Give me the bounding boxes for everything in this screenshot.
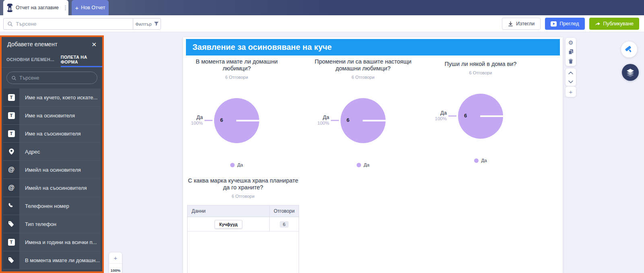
panel-item-coadopter-email[interactable]: @ Имейл на съосиновителя [3, 179, 101, 197]
new-report-label: Нов Отчет [81, 5, 105, 10]
chart-title: С каква марка кучешка храна планирате да… [187, 177, 299, 191]
panel-item-current-pets[interactable]: В момента имате ли домашн... [3, 251, 101, 269]
tab-report-title[interactable]: Отчет на заглавие ⋮ [3, 0, 68, 15]
callout-line [448, 115, 456, 117]
filter-funnel-icon [154, 22, 159, 26]
panel-search-box[interactable] [6, 72, 97, 84]
slice-value: 6 [347, 117, 349, 123]
plus-icon: + [75, 4, 78, 11]
panel-item-label: Име на съосиновителя [19, 125, 101, 142]
pie-circle: 6 [341, 98, 386, 143]
table-header-row: Данни Отговори [188, 205, 299, 217]
chart-pets-changed[interactable]: Променени ли са вашите настоящи домашни … [313, 58, 413, 167]
column-header-answers: Отговори [269, 205, 299, 217]
chart-current-pets[interactable]: В момента имате ли домашни любимци? 6 От… [186, 58, 287, 167]
close-icon[interactable]: ✕ [91, 41, 97, 47]
panel-item-label: Имейл на осиновителя [19, 161, 101, 179]
slice-label: Да [423, 110, 447, 116]
search-filter-group: Филтър [3, 18, 161, 30]
chart-smoker-in-home[interactable]: Пуши ли някой в дома ви? 6 Отговори Да 1… [430, 61, 531, 163]
chart-legend: Да [430, 158, 531, 163]
panel-item-adopter-email[interactable]: @ Имейл на осиновителя [3, 161, 101, 179]
new-report-tab[interactable]: + Нов Отчет [72, 0, 109, 15]
legend-dot [474, 158, 479, 163]
publish-button[interactable]: Публикуване [589, 18, 639, 30]
duplicate-icon[interactable] [566, 47, 576, 56]
legend-label: Да [237, 162, 243, 167]
preview-button[interactable]: Преглед [545, 18, 584, 30]
search-input[interactable] [16, 21, 129, 27]
panel-item-label: Име на кучето, което искате... [19, 88, 101, 106]
slice-percent: 100% [179, 121, 203, 125]
download-label: Изтегли [516, 21, 535, 27]
chevron-down-icon[interactable] [566, 77, 576, 86]
paint-roller-icon [625, 45, 634, 54]
panel-item-address[interactable]: Адрес [3, 143, 101, 161]
panel-item-adopter-name[interactable]: T Име на осиновителя [3, 107, 101, 125]
download-button[interactable]: Изтегли [502, 18, 541, 30]
chart-title: Пуши ли някой в дома ви? [430, 61, 531, 68]
tab-basic-elements[interactable]: ОСНОВНИ ЕЛЕМЕН... [6, 51, 61, 67]
tab-kebab-menu-icon[interactable]: ⋮ [63, 6, 68, 10]
zoom-in-button[interactable]: + [109, 252, 122, 264]
report-builder-screen: Отчет на заглавие ⋮ + Нов Отчет Филтър И… [0, 0, 644, 273]
report-canvas: Заявление за осиновяване на куче В момен… [183, 37, 563, 273]
callout-line [204, 120, 213, 121]
tag-icon [3, 251, 19, 269]
report-title-band[interactable]: Заявление за осиновяване на куче [186, 39, 560, 55]
answer-count-badge: 6 [280, 221, 289, 228]
move-element-pill [566, 68, 576, 86]
add-element-pill: + [566, 86, 576, 97]
pie-circle: 6 [458, 94, 503, 139]
slice-percent: 100% [423, 116, 447, 121]
preview-label: Преглед [559, 21, 579, 27]
panel-item-coadopter-name[interactable]: T Име на съосиновителя [3, 125, 101, 143]
slice-label: Да [305, 114, 329, 120]
add-element-panel: Добавете елемент ✕ ОСНОВНИ ЕЛЕМЕН... ПОЛ… [0, 35, 104, 273]
answers-table: Данни Отговори Кучфууд 6 [187, 205, 299, 273]
chevron-up-icon[interactable] [566, 68, 576, 77]
tag-icon [3, 215, 19, 233]
filter-button[interactable]: Филтър [133, 18, 161, 30]
at-sign-icon: @ [3, 161, 19, 179]
chart-dog-food-brand[interactable]: С каква марка кучешка храна планирате да… [187, 177, 299, 273]
panel-item-phone-type[interactable]: Тип телефон [3, 215, 101, 233]
text-field-icon: T [3, 88, 19, 106]
table-empty-body [187, 232, 299, 273]
panel-item-household-names-ages[interactable]: T Имена и години на всички п... [3, 233, 101, 251]
tab-form-fields[interactable]: ПОЛЕТА НА ФОРМА [61, 51, 102, 67]
design-paint-roller-button[interactable] [621, 41, 637, 57]
panel-item-label: Телефонен номер [19, 197, 101, 215]
pie-chart: Да 100% 6 [214, 98, 259, 143]
publish-label: Публикуване [603, 21, 634, 27]
settings-gear-icon[interactable]: ⚙ [566, 38, 576, 47]
chart-legend: Да [186, 162, 287, 167]
filter-label: Филтър [135, 22, 152, 27]
panel-search-input[interactable] [19, 75, 92, 81]
panel-item-label: Тип телефон [19, 215, 101, 233]
zoom-widget: + 100% [109, 252, 122, 273]
panel-title: Добавете елемент [7, 41, 58, 47]
search-icon [8, 21, 12, 27]
legend-dot [357, 163, 361, 167]
search-box[interactable] [3, 18, 133, 30]
layers-button[interactable] [622, 64, 639, 81]
panel-item-dog-name[interactable]: T Име на кучето, което искате... [3, 88, 101, 107]
layers-icon [625, 68, 635, 77]
slice-label: Да [179, 114, 203, 120]
location-pin-icon [3, 143, 19, 160]
legend-dot [230, 163, 235, 167]
panel-item-label: Имейл на съосиновителя [19, 179, 101, 197]
pie-slice-divider [363, 120, 386, 121]
phone-icon [3, 197, 19, 215]
search-icon [12, 76, 16, 80]
pie-slice-callout: Да 100% [423, 110, 447, 121]
legend-label: Да [363, 162, 369, 167]
callout-line [331, 120, 339, 121]
panel-item-phone-number[interactable]: Телефонен номер [3, 197, 101, 215]
chart-responses-count: 6 Отговори [186, 75, 287, 80]
trash-icon[interactable] [566, 57, 576, 66]
plus-icon[interactable]: + [566, 87, 576, 96]
pie-circle: 6 [214, 98, 259, 143]
pie-slice-callout: Да 100% [305, 114, 329, 125]
